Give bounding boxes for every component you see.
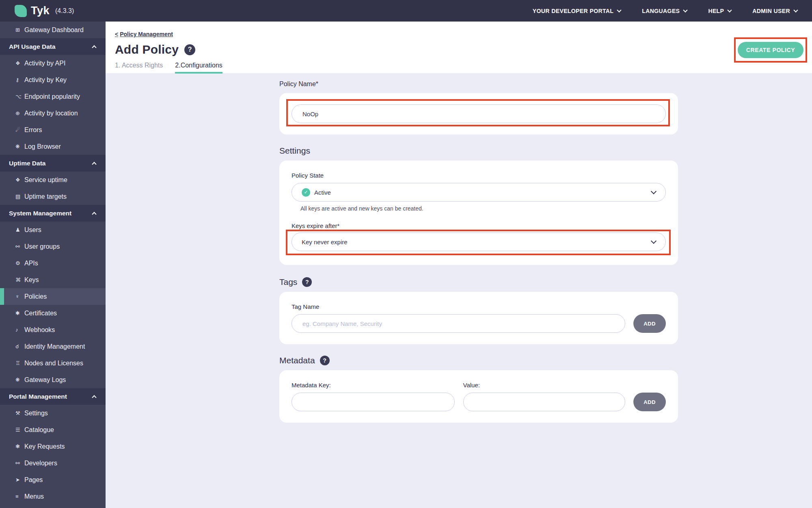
tag-name-input[interactable] [292, 314, 625, 333]
top-menu-admin-user[interactable]: ADMIN USER [752, 8, 797, 14]
sidebar-item-activity-by-key[interactable]: ⚷Activity by Key [0, 72, 106, 88]
sidebar-item-catalogue[interactable]: ☰Catalogue [0, 421, 106, 438]
user-icon: ♟ [15, 227, 24, 233]
policy-key-icon: ♆ [15, 293, 24, 300]
policy-state-select[interactable]: ✓ Active [292, 183, 666, 202]
sidebar-item-label: Gateway Logs [24, 376, 66, 384]
main-area: < Policy Management Add Policy ? 1. Acce… [106, 22, 812, 508]
sidebar-item-label: Endpoint popularity [24, 93, 80, 100]
top-menu-languages[interactable]: LANGUAGES [642, 8, 687, 14]
sidebar-item-label: Pages [24, 476, 43, 484]
sidebar-item-label: Users [24, 226, 41, 234]
sidebar-section-label: System Management [9, 210, 71, 217]
sidebar-item-log-browser[interactable]: ❋Log Browser [0, 138, 106, 155]
policy-name-input[interactable] [292, 104, 666, 123]
metadata-key-input[interactable] [292, 393, 455, 411]
sidebar-section-label: Portal Management [9, 393, 67, 400]
sidebar-item-label: Key Requests [24, 443, 65, 450]
sidebar-nav: ⊞Gateway DashboardAPI Usage Data❖Activit… [0, 22, 106, 508]
menus-icon: ≡ [15, 493, 24, 499]
chevron-up-icon [92, 45, 96, 50]
tab-access-rights[interactable]: 1. Access Rights [115, 62, 163, 74]
sidebar-item-label: APIs [24, 260, 38, 267]
sidebar-item-key-requests[interactable]: ❃Key Requests [0, 438, 106, 455]
sidebar-item-label: Uptime targets [24, 193, 67, 200]
metadata-value-input[interactable] [463, 393, 626, 411]
sidebar-item-gateway-dashboard[interactable]: ⊞Gateway Dashboard [0, 22, 106, 38]
tag-name-label: Tag Name [292, 303, 666, 310]
sidebar-item-label: Gateway Dashboard [24, 26, 84, 34]
sidebar-section-api-usage-data[interactable]: API Usage Data [0, 38, 106, 55]
sidebar-item-menus[interactable]: ≡Menus [0, 488, 106, 505]
list-icon: ▤ [15, 193, 24, 200]
sidebar-item-developers[interactable]: ⚯Developers [0, 455, 106, 471]
bell-icon: ♪ [15, 327, 24, 333]
sidebar-item-settings[interactable]: ⚒Settings [0, 405, 106, 421]
cubes-icon: ❖ [15, 177, 24, 183]
sidebar-item-label: Activity by API [24, 60, 65, 67]
top-bar: Tyk (4.3.3) YOUR DEVELOPER PORTALLANGUAG… [0, 0, 812, 22]
sidebar-item-webhooks[interactable]: ♪Webhooks [0, 321, 106, 338]
metadata-heading: Metadata [279, 356, 315, 365]
tyk-logo-text: Tyk [31, 4, 50, 17]
chevron-up-icon [92, 395, 96, 399]
tyk-logo[interactable]: Tyk (4.3.3) [15, 4, 74, 17]
sidebar-item-label: Activity by Key [24, 76, 67, 84]
version-label: (4.3.3) [55, 7, 74, 15]
top-menu-help[interactable]: HELP [708, 8, 731, 14]
sidebar-item-label: Policies [24, 293, 47, 300]
sidebar-item-users[interactable]: ♟Users [0, 221, 106, 238]
keys-expire-select[interactable]: Key never expire [292, 232, 666, 251]
key-icon: ⚷ [15, 77, 24, 83]
metadata-key-label: Metadata Key: [292, 382, 455, 389]
chevron-down-icon [793, 8, 798, 12]
sidebar-section-system-management[interactable]: System Management [0, 205, 106, 221]
branch-icon: ⌥ [15, 93, 24, 100]
keys-expire-label: Keys expire after* [292, 222, 666, 229]
chevron-down-icon [651, 238, 657, 243]
policy-state-value: Active [314, 189, 331, 196]
sidebar-item-apis[interactable]: ⚙APIs [0, 255, 106, 271]
page-content: Policy Name* Settings Policy State [106, 73, 812, 423]
back-chevron-icon: < [115, 31, 118, 37]
add-tag-button[interactable]: ADD [633, 314, 666, 333]
sidebar-item-policies[interactable]: ♆Policies [0, 288, 106, 305]
sidebar-item-identity-management[interactable]: ☌Identity Management [0, 338, 106, 355]
sidebar-item-nodes-and-licenses[interactable]: ♖Nodes and Licenses [0, 355, 106, 371]
breadcrumb[interactable]: < Policy Management [115, 31, 173, 37]
add-metadata-button[interactable]: ADD [633, 393, 666, 411]
tab-configurations[interactable]: 2.Configurations [175, 62, 222, 74]
top-menu-your-developer-portal[interactable]: YOUR DEVELOPER PORTAL [533, 8, 621, 14]
breadcrumb-label: Policy Management [120, 31, 173, 37]
create-policy-button[interactable]: CREATE POLICY [738, 42, 803, 58]
page-title: Add Policy [115, 43, 179, 56]
sidebar-item-service-uptime[interactable]: ❖Service uptime [0, 172, 106, 188]
sidebar-item-certificates[interactable]: ✱Certificates [0, 305, 106, 321]
wrench-icon: ⚒ [15, 410, 24, 416]
sidebar-item-label: Service uptime [24, 176, 67, 184]
sidebar-item-endpoint-popularity[interactable]: ⌥Endpoint popularity [0, 88, 106, 105]
sidebar-item-user-groups[interactable]: ⚯User groups [0, 238, 106, 255]
sidebar-item-errors[interactable]: ☄Errors [0, 122, 106, 138]
sidebar-item-label: Nodes and Licenses [24, 360, 83, 367]
sidebar-item-label: Settings [24, 410, 48, 417]
sidebar-section-label: API Usage Data [9, 43, 56, 50]
tab-bar: 1. Access Rights 2.Configurations [115, 62, 812, 74]
tags-help-icon[interactable]: ? [302, 277, 312, 287]
sidebar-item-label: Catalogue [24, 426, 54, 434]
sidebar-item-pages[interactable]: ➤Pages [0, 471, 106, 488]
sidebar-item-activity-by-api[interactable]: ❖Activity by API [0, 55, 106, 72]
chevron-up-icon [92, 162, 96, 166]
sidebar-section-uptime-data[interactable]: Uptime Data [0, 155, 106, 172]
bug-icon: ❋ [15, 377, 24, 383]
metadata-card: Metadata Key: Value: ADD [279, 370, 678, 423]
sidebar-item-activity-by-location[interactable]: ⊕Activity by location [0, 105, 106, 122]
sidebar-item-uptime-targets[interactable]: ▤Uptime targets [0, 188, 106, 205]
identity-icon: ☌ [15, 343, 24, 350]
metadata-help-icon[interactable]: ? [320, 356, 330, 365]
sidebar-section-portal-management[interactable]: Portal Management [0, 388, 106, 405]
sidebar-item-gateway-logs[interactable]: ❋Gateway Logs [0, 371, 106, 388]
key-request-icon: ❃ [15, 443, 24, 449]
sidebar-item-keys[interactable]: ⌘Keys [0, 271, 106, 288]
help-icon[interactable]: ? [184, 44, 195, 55]
